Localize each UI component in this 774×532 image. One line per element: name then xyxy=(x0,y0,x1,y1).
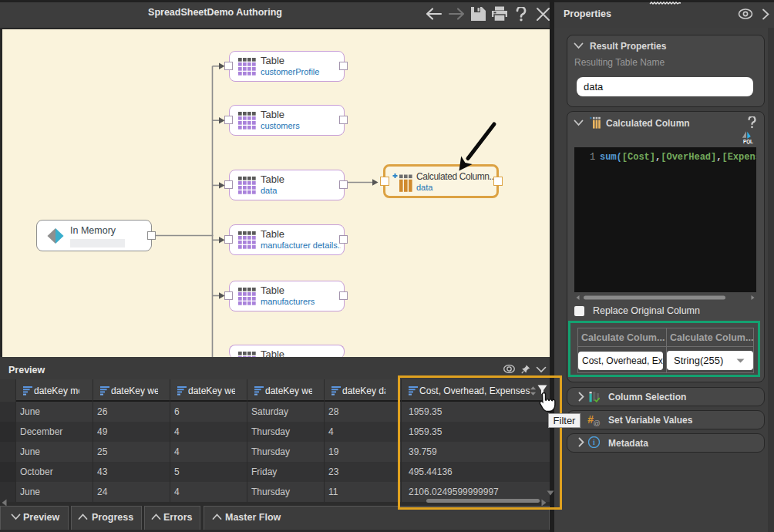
svg-text:i: i xyxy=(593,438,595,446)
svg-text:@: @ xyxy=(594,419,601,427)
svg-text:PQL: PQL xyxy=(743,139,753,144)
